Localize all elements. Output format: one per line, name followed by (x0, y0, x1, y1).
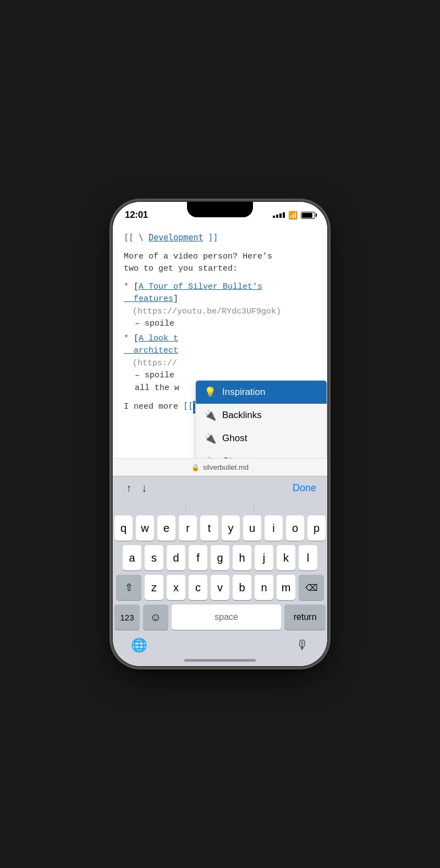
arrow-up-button[interactable]: ↑ (124, 481, 134, 496)
status-icons: 📶 (273, 211, 315, 219)
key-c[interactable]: c (189, 575, 207, 600)
key-shift[interactable]: ⇧ (116, 575, 141, 600)
link1-spoiler: – spoile (124, 318, 316, 331)
bullet1: * (124, 282, 134, 292)
key-z[interactable]: z (145, 575, 163, 600)
inspiration-label: Inspiration (222, 387, 265, 398)
key-p[interactable]: p (307, 515, 326, 541)
keyboard-row-2: a s d f g h j k l (114, 545, 326, 570)
autocomplete-item-ghost[interactable]: 🔌 Ghost (196, 427, 327, 450)
dev-tag: [[ \ Development ]] (124, 233, 218, 243)
key-e[interactable]: e (157, 515, 175, 541)
lock-icon: 🔒 (191, 464, 200, 471)
key-n[interactable]: n (255, 575, 273, 600)
key-return[interactable]: return (284, 605, 326, 630)
toolbar-arrows: ↑ ↓ (124, 481, 149, 496)
cursor-open-bracket: [[ (183, 401, 193, 411)
home-indicator (184, 659, 256, 662)
key-l[interactable]: l (299, 545, 317, 570)
key-h[interactable]: h (233, 545, 251, 570)
key-v[interactable]: v (211, 575, 229, 600)
status-time: 12:01 (125, 210, 148, 221)
autocomplete-item-git[interactable]: 🔌 Git (196, 450, 327, 458)
done-button[interactable]: Done (293, 482, 316, 494)
backlinks-label: Backlinks (222, 410, 262, 421)
autocomplete-item-backlinks[interactable]: 🔌 Backlinks (196, 404, 327, 427)
arrow-down-button[interactable]: ↓ (139, 481, 149, 496)
key-k[interactable]: k (277, 545, 295, 570)
link2-url: (https:// (124, 358, 316, 370)
phone-screen: 12:01 📶 [[ \ Development ]] (113, 202, 327, 666)
autocomplete-dropdown: 💡 Inspiration 🔌 Backlinks 🔌 Ghost 🔌 Git … (195, 380, 327, 458)
autocomplete-item-inspiration[interactable]: 💡 Inspiration (196, 381, 327, 404)
key-j[interactable]: j (255, 545, 273, 570)
editor-area[interactable]: [[ \ Development ]] More of a video pers… (113, 225, 327, 458)
link2-item: * [A look t architect (124, 333, 316, 358)
key-delete[interactable]: ⌫ (299, 575, 324, 600)
key-s[interactable]: s (145, 545, 163, 570)
filename-bar: 🔒 silverbullet.md (113, 458, 327, 476)
key-d[interactable]: d (167, 545, 185, 570)
key-u[interactable]: u (243, 515, 261, 541)
ghost-label: Ghost (222, 433, 247, 444)
battery-icon (301, 212, 315, 219)
key-x[interactable]: x (167, 575, 185, 600)
paragraph1: More of a video person? Here'stwo to get… (124, 251, 316, 276)
key-i[interactable]: i (265, 515, 283, 541)
paragraph1-text: More of a video person? Here'stwo to get… (124, 252, 272, 274)
key-o[interactable]: o (286, 515, 304, 541)
keyboard: q w e r t y u i o p a s d f g h j k (113, 500, 327, 666)
keyboard-row-3: ⇧ z x c v b n m ⌫ (114, 575, 326, 600)
key-b[interactable]: b (233, 575, 251, 600)
cursor-line-text: I need more (124, 402, 183, 411)
key-r[interactable]: r (179, 515, 197, 541)
filename-text: silverbullet.md (203, 463, 249, 471)
phone-frame: 12:01 📶 [[ \ Development ]] (113, 202, 327, 666)
notch (187, 202, 253, 217)
key-y[interactable]: y (222, 515, 240, 541)
link1-item: * [A Tour of Silver Bullet's features] (124, 281, 316, 306)
git-icon: 🔌 (204, 455, 217, 458)
key-w[interactable]: w (136, 515, 154, 541)
key-emoji[interactable]: ☺ (143, 605, 168, 630)
inspiration-icon: 💡 (204, 386, 217, 398)
key-a[interactable]: a (123, 545, 141, 570)
key-q[interactable]: q (114, 515, 133, 541)
ghost-icon: 🔌 (204, 432, 217, 444)
mic-icon[interactable]: 🎙 (296, 638, 309, 653)
keyboard-row-1: q w e r t y u i o p (114, 515, 326, 541)
globe-icon[interactable]: 🌐 (131, 638, 147, 653)
key-f[interactable]: f (189, 545, 207, 570)
wifi-icon: 📶 (288, 211, 298, 219)
key-t[interactable]: t (200, 515, 218, 541)
key-numbers[interactable]: 123 (114, 605, 140, 630)
key-g[interactable]: g (211, 545, 229, 570)
dev-tag-line: [[ \ Development ]] (124, 232, 316, 245)
backlinks-icon: 🔌 (204, 409, 217, 421)
git-label: Git (222, 456, 234, 458)
link1-text: A Tour of Silver Bullet's features (124, 282, 262, 304)
keyboard-toolbar: ↑ ↓ Done (113, 476, 327, 500)
key-space[interactable]: space (172, 605, 281, 630)
keyboard-row-4: 123 ☺ space return (114, 605, 326, 630)
signal-icon (273, 212, 285, 218)
key-m[interactable]: m (277, 575, 295, 600)
link1-url: (https://youtu.be/RYdc3UF9gok) (124, 306, 316, 318)
bullet2: * (124, 334, 134, 343)
